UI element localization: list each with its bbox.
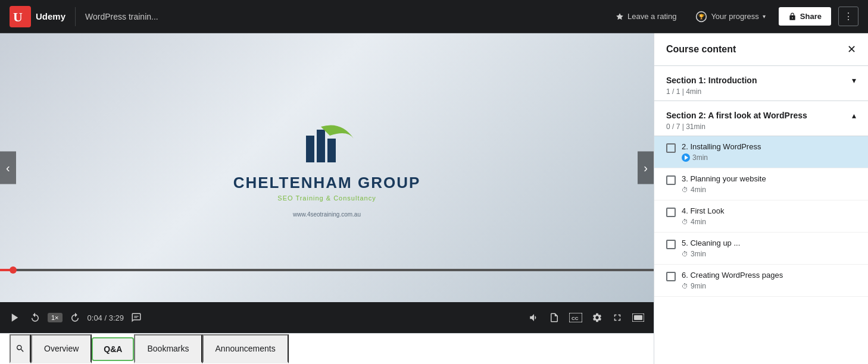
lesson-4-checkbox[interactable] [666,208,676,217]
svg-text:🏆: 🏆 [698,14,705,20]
fullscreen-button[interactable] [610,310,625,325]
company-logo: CHELTENHAM GROUP SEO Training & Consulta… [233,118,421,202]
lesson-item-4[interactable]: 4. First Look ⏱ 4min [654,200,868,233]
svg-text:U: U [13,10,23,24]
section-2-meta: 0 / 7 | 31min [666,123,856,131]
settings-button[interactable] [589,310,605,325]
volume-icon [529,312,539,323]
settings-icon [592,312,602,323]
notes-button[interactable] [547,310,562,325]
trophy-icon: 🏆 [695,11,707,23]
section-2-header[interactable]: Section 2: A first look at WordPress ▴ 0… [654,101,868,136]
video-logo-area: CHELTENHAM GROUP SEO Training & Consulta… [233,118,421,218]
lesson-5-duration: ⏱ 3min [682,250,856,258]
clock-icon-3: ⏱ [682,186,688,193]
lesson-3-checkbox[interactable] [666,175,676,185]
announcements-tab[interactable]: Announcements [202,334,289,363]
svg-marker-7 [12,313,18,322]
video-thumbnail: CHELTENHAM GROUP SEO Training & Consulta… [0,33,654,302]
video-controls: 1× 0:04 / 3:29 CC [0,302,654,333]
lesson-6-checkbox[interactable] [666,272,676,281]
section-2-title: Section 2: A first look at WordPress [666,111,807,120]
prev-video-button[interactable]: ‹ [0,152,16,184]
svg-rect-6 [327,139,336,162]
overview-tab[interactable]: Overview [31,334,92,363]
company-sub: SEO Training & Consultancy [277,194,376,202]
clock-icon-4: ⏱ [682,218,688,225]
rewind-button[interactable] [27,310,43,325]
search-icon [15,344,25,353]
share-button[interactable]: Share [779,7,831,26]
lesson-6-title: 6. Creating WordPress pages [682,271,856,280]
lesson-3-title: 3. Planning your website [682,174,856,183]
leave-rating-button[interactable]: Leave a rating [610,8,682,24]
main-layout: CHELTENHAM GROUP SEO Training & Consulta… [0,33,868,364]
company-name: CHELTENHAM GROUP [233,174,421,192]
more-options-button[interactable]: ⋮ [838,7,858,26]
progress-dot [10,266,17,274]
notes-icon [549,312,560,323]
lesson-3-duration: ⏱ 4min [682,186,856,194]
forward-button[interactable] [67,310,83,325]
sidebar-title: Course content [666,44,736,55]
section-1-chevron-icon: ▾ [852,76,856,85]
bookmarks-tab[interactable]: Bookmarks [134,334,202,363]
lesson-2-checkbox[interactable] [666,143,676,153]
share-icon [788,12,797,21]
close-sidebar-button[interactable]: ✕ [847,43,856,56]
section-1-title: Section 1: Introduction [666,76,757,85]
svg-rect-13 [634,315,642,320]
udemy-logo-icon: U [10,6,31,27]
lesson-item-3[interactable]: 3. Planning your website ⏱ 4min [654,168,868,200]
transcript-button[interactable] [129,310,144,325]
transcript-icon [131,312,142,323]
course-title: WordPress trainin... [85,12,158,21]
rewind-icon [30,312,40,323]
lesson-2-title: 2. Installing WordPress [682,142,856,151]
play-circle-icon [682,153,690,162]
svg-rect-5 [317,130,325,162]
course-content-sidebar: Course content ✕ Section 1: Introduction… [654,33,868,364]
udemy-logo[interactable]: U Udemy [10,6,65,27]
speed-button[interactable]: 1× [48,313,63,322]
video-container: CHELTENHAM GROUP SEO Training & Consulta… [0,33,654,302]
udemy-wordmark: Udemy [36,11,65,21]
header-divider [75,7,76,26]
volume-button[interactable] [526,310,542,325]
section-1-meta: 1 / 1 | 4min [666,87,856,96]
clock-icon-5: ⏱ [682,250,688,258]
next-video-button[interactable]: › [638,152,654,184]
play-button[interactable] [7,310,23,325]
theater-icon [632,313,644,322]
your-progress-button[interactable]: 🏆 Your progress ▾ [689,7,771,26]
chevron-down-icon: ▾ [763,13,766,20]
section-1-header[interactable]: Section 1: Introduction ▾ 1 / 1 | 4min [654,66,868,101]
lesson-item-2[interactable]: 2. Installing WordPress 3min [654,136,868,168]
captions-button[interactable]: CC [567,310,585,325]
lesson-6-duration: ⏱ 9min [682,282,856,290]
captions-icon: CC [569,313,582,322]
cheltenham-logo-svg [288,118,366,171]
lesson-5-checkbox[interactable] [666,240,676,249]
svg-text:CC: CC [572,316,579,321]
fullscreen-icon [612,312,623,323]
lesson-5-title: 5. Cleaning up ... [682,239,856,247]
star-icon [616,12,624,21]
time-display: 0:04 / 3:29 [88,313,124,322]
bottom-tabs: Overview Q&A Bookmarks Announcements [0,333,654,364]
svg-rect-4 [306,136,314,162]
clock-icon-6: ⏱ [682,283,688,290]
section-2-chevron-icon: ▴ [852,111,856,120]
lesson-item-5[interactable]: 5. Cleaning up ... ⏱ 3min [654,233,868,265]
video-progress-bar[interactable] [0,269,654,271]
video-area: CHELTENHAM GROUP SEO Training & Consulta… [0,33,654,364]
lesson-item-6[interactable]: 6. Creating WordPress pages ⏱ 9min [654,265,868,297]
header: U Udemy WordPress trainin... Leave a rat… [0,0,868,33]
lesson-2-duration: 3min [682,153,856,162]
sidebar-content: Section 1: Introduction ▾ 1 / 1 | 4min S… [654,66,868,364]
qa-tab[interactable]: Q&A [92,337,134,361]
lesson-4-duration: ⏱ 4min [682,218,856,226]
theater-mode-button[interactable] [630,311,647,324]
search-tab[interactable] [10,334,31,363]
forward-icon [70,312,80,323]
